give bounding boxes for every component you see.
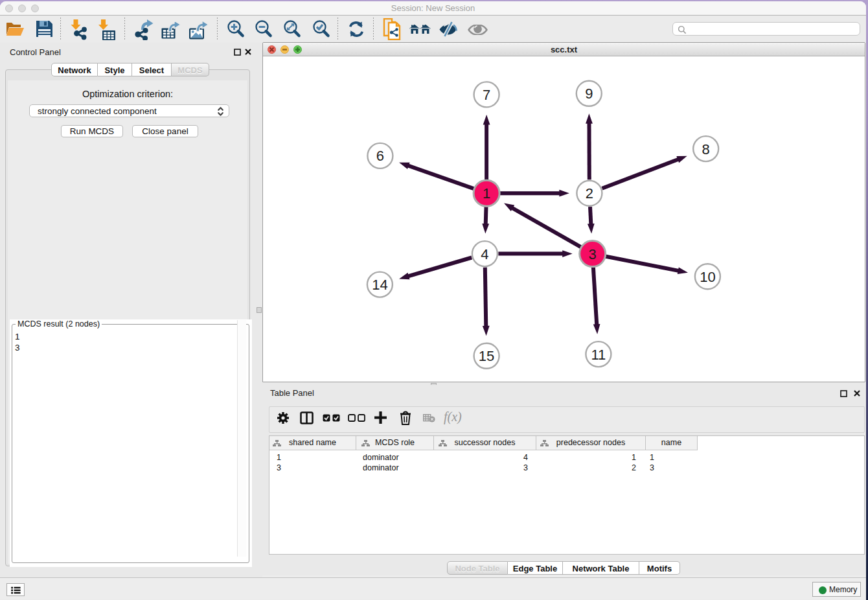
svg-text:4: 4	[481, 246, 488, 262]
svg-text:3: 3	[589, 246, 597, 262]
svg-text:15: 15	[479, 348, 494, 364]
svg-text:14: 14	[372, 277, 387, 293]
svg-text:7: 7	[483, 87, 490, 103]
svg-text:8: 8	[702, 141, 710, 157]
svg-text:10: 10	[700, 269, 715, 285]
svg-text:1: 1	[483, 185, 490, 202]
svg-text:2: 2	[586, 185, 593, 202]
svg-text:9: 9	[585, 86, 593, 102]
svg-text:11: 11	[591, 347, 606, 363]
svg-text:6: 6	[376, 148, 384, 164]
